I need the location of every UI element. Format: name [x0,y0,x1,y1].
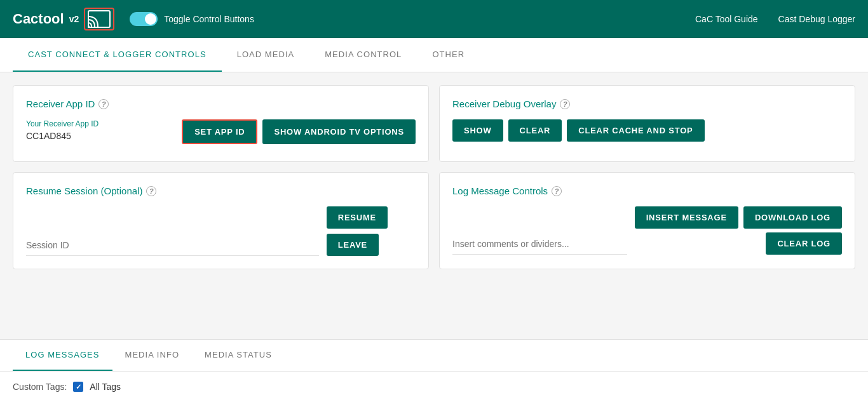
cast-debug-logger-link[interactable]: Cast Debug Logger [778,14,855,24]
resume-button[interactable]: RESUME [327,206,388,229]
set-app-id-button[interactable]: SET APP ID [182,119,257,144]
clear-log-button[interactable]: CLEAR LOG [766,232,842,255]
cards-row-2: Resume Session (Optional) ? RESUME LEAVE… [13,172,855,269]
show-android-tv-button[interactable]: SHOW ANDROID TV OPTIONS [262,119,416,144]
debug-btns: SHOW CLEAR CLEAR CACHE AND STOP [452,119,842,142]
custom-tags-label: Custom Tags: [13,382,67,392]
tab-media-status[interactable]: MEDIA STATUS [192,340,285,371]
resume-session-title: Resume Session (Optional) ? [26,185,416,196]
main-content: Receiver App ID ? Your Receiver App ID C… [0,72,868,339]
session-id-input[interactable] [26,235,319,256]
all-tags-checkbox[interactable] [73,382,83,392]
receiver-btns-col: SET APP ID SHOW ANDROID TV OPTIONS [182,119,416,144]
cast-icon [88,10,111,28]
log-btns-top: INSERT MESSAGE DOWNLOAD LOG [635,206,842,229]
header-links: CaC Tool Guide Cast Debug Logger [695,14,855,24]
top-tabs: CAST CONNECT & LOGGER CONTROLS LOAD MEDI… [0,38,868,72]
cards-row-1: Receiver App ID ? Your Receiver App ID C… [13,85,855,162]
logo-v2: v2 [69,14,79,24]
resume-btns: RESUME LEAVE [327,206,416,256]
tab-log-messages[interactable]: LOG MESSAGES [13,340,112,371]
tab-load-media[interactable]: LOAD MEDIA [222,38,310,72]
all-tags-label: All Tags [90,382,121,392]
receiver-app-title: Receiver App ID ? [26,98,416,109]
leave-button[interactable]: LEAVE [327,234,379,256]
show-debug-button[interactable]: SHOW [452,119,503,142]
custom-tags-bar: Custom Tags: All Tags [0,371,868,402]
tab-other[interactable]: OTHER [417,38,480,72]
log-comment-input[interactable] [452,234,627,255]
download-log-button[interactable]: DOWNLOAD LOG [743,206,842,229]
logo-text: Cactool [13,11,64,27]
cast-icon-wrapper[interactable] [84,8,114,30]
toggle-label: Toggle Control Buttons [164,14,254,24]
receiver-app-help-icon[interactable]: ? [98,99,109,109]
header: Cactoolv2 Toggle Control Buttons CaC Too… [0,0,868,38]
toggle-control: Toggle Control Buttons [130,12,254,26]
toggle-switch[interactable] [130,12,158,26]
tab-media-info[interactable]: MEDIA INFO [112,340,193,371]
clear-debug-button[interactable]: CLEAR [508,119,562,142]
receiver-debug-card: Receiver Debug Overlay ? SHOW CLEAR CLEA… [439,85,855,162]
receiver-input-col: Your Receiver App ID CC1AD845 [26,119,172,149]
receiver-app-card: Receiver App ID ? Your Receiver App ID C… [13,85,429,162]
receiver-debug-help-icon[interactable]: ? [560,99,570,109]
bottom-tabs: LOG MESSAGES MEDIA INFO MEDIA STATUS [0,339,868,371]
receiver-app-input-label: Your Receiver App ID [26,119,172,128]
tab-media-control[interactable]: MEDIA CONTROL [309,38,417,72]
log-message-controls-card: Log Message Controls ? INSERT MESSAGE DO… [439,172,855,269]
resume-session-help-icon[interactable]: ? [146,186,156,196]
log-btns-col: INSERT MESSAGE DOWNLOAD LOG CLEAR LOG [635,206,842,255]
cac-tool-guide-link[interactable]: CaC Tool Guide [695,14,758,24]
log-message-help-icon[interactable]: ? [552,186,562,196]
receiver-app-value: CC1AD845 [26,131,172,141]
clear-cache-stop-button[interactable]: CLEAR CACHE AND STOP [567,119,704,142]
logo: Cactoolv2 [13,8,114,30]
receiver-app-content: Your Receiver App ID CC1AD845 SET APP ID… [26,119,416,149]
insert-message-button[interactable]: INSERT MESSAGE [635,206,738,229]
log-message-controls-title: Log Message Controls ? [452,185,842,196]
receiver-debug-title: Receiver Debug Overlay ? [452,98,842,109]
resume-session-card: Resume Session (Optional) ? RESUME LEAVE [13,172,429,269]
tab-cast-connect[interactable]: CAST CONNECT & LOGGER CONTROLS [13,38,222,72]
